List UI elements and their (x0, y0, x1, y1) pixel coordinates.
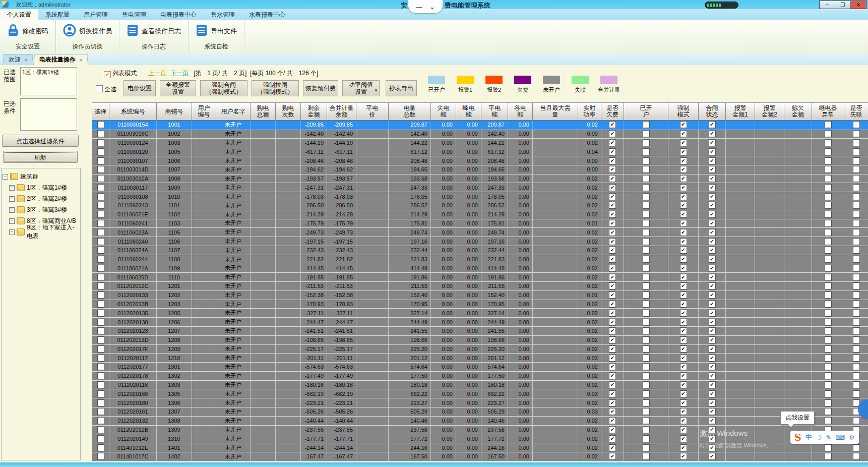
column-header[interactable]: 是否 失联 (844, 102, 868, 121)
power-threshold-button[interactable]: 功率阈值 设置 ▼ (342, 80, 380, 96)
row-select-checkbox[interactable] (97, 301, 104, 308)
row-status-checkbox[interactable] (680, 408, 687, 415)
row-status-checkbox[interactable] (643, 282, 650, 289)
view-log-button[interactable]: 查看操作日志 (127, 22, 181, 41)
row-select-checkbox[interactable] (97, 238, 104, 245)
table-row[interactable]: 01120201611307未开户-505.26-505.26505.290.0… (92, 407, 868, 417)
row-status-checkbox[interactable] (643, 363, 650, 370)
column-header[interactable]: 购电 总额 (251, 102, 276, 121)
row-status-checkbox[interactable] (853, 184, 860, 191)
row-status-checkbox[interactable] (709, 310, 716, 317)
row-status-checkbox[interactable] (680, 291, 687, 299)
column-header[interactable]: 商铺号 (157, 102, 192, 121)
minimize-button[interactable]: ─ (820, 1, 835, 9)
prev-page-link[interactable]: 上一页 (148, 69, 166, 78)
row-status-checkbox[interactable] (609, 435, 616, 442)
row-select-checkbox[interactable] (97, 166, 104, 173)
row-status-checkbox[interactable] (709, 336, 716, 343)
table-row[interactable]: 011202017F1209未开户-225.17-225.17225.200.0… (92, 345, 868, 354)
ime-item-icon[interactable]: ⚙ (849, 434, 855, 441)
row-status-checkbox[interactable] (853, 274, 860, 281)
row-status-checkbox[interactable] (643, 274, 650, 281)
row-status-checkbox[interactable] (853, 390, 860, 397)
row-status-checkbox[interactable] (853, 166, 860, 173)
row-status-checkbox[interactable] (709, 229, 716, 236)
selected-condition-box[interactable] (20, 98, 77, 131)
row-status-checkbox[interactable] (825, 408, 832, 415)
row-status-checkbox[interactable] (643, 211, 650, 218)
column-header[interactable]: 合并计量 余额 (327, 102, 356, 121)
table-row[interactable]: 011202013B1203未开户-170.93-170.93170.950.0… (92, 300, 868, 309)
tree-item[interactable]: +3区：碟寓3#楼 (9, 204, 79, 215)
row-status-checkbox[interactable] (825, 184, 832, 191)
row-status-checkbox[interactable] (609, 444, 616, 451)
expand-icon[interactable]: + (9, 196, 15, 202)
row-status-checkbox[interactable] (825, 399, 832, 406)
row-status-checkbox[interactable] (853, 363, 860, 370)
row-status-checkbox[interactable] (709, 390, 716, 397)
row-status-checkbox[interactable] (643, 229, 650, 236)
row-status-checkbox[interactable] (825, 301, 832, 308)
row-status-checkbox[interactable] (643, 390, 650, 397)
row-status-checkbox[interactable] (853, 336, 860, 343)
row-status-checkbox[interactable] (709, 327, 716, 334)
row-status-checkbox[interactable] (853, 291, 860, 299)
row-status-checkbox[interactable] (643, 345, 650, 353)
row-status-checkbox[interactable] (853, 175, 860, 182)
row-status-checkbox[interactable] (709, 301, 716, 308)
row-status-checkbox[interactable] (825, 390, 832, 397)
table-row[interactable]: 011202012C1201未开户-211.53-211.53211.550.0… (92, 282, 868, 291)
row-status-checkbox[interactable] (680, 157, 687, 164)
row-select-checkbox[interactable] (97, 139, 104, 146)
row-status-checkbox[interactable] (680, 247, 687, 254)
row-status-checkbox[interactable] (853, 220, 860, 227)
row-status-checkbox[interactable] (643, 238, 650, 245)
row-status-checkbox[interactable] (609, 408, 616, 415)
row-status-checkbox[interactable] (643, 372, 650, 379)
row-status-checkbox[interactable] (643, 453, 650, 460)
row-status-checkbox[interactable] (609, 130, 616, 137)
row-status-checkbox[interactable] (609, 426, 616, 433)
row-select-checkbox[interactable] (97, 408, 104, 415)
sogou-logo-icon[interactable]: S (794, 432, 801, 443)
table-row[interactable]: 01110602441108未开户-221.82-221.82221.830.0… (92, 255, 868, 264)
table-row[interactable]: 01100301081010未开户-178.03-178.03178.050.0… (92, 192, 868, 201)
row-status-checkbox[interactable] (680, 193, 687, 200)
column-header[interactable]: 剩余 金额 (301, 102, 327, 121)
row-status-checkbox[interactable] (609, 291, 616, 299)
column-header[interactable]: 实时 功率 (578, 102, 601, 121)
table-row[interactable]: 01110602401106未开户-197.15-197.15197.160.0… (92, 237, 868, 246)
row-status-checkbox[interactable] (680, 274, 687, 281)
column-header[interactable]: 谷电 能 (508, 102, 533, 121)
table-row[interactable]: 01100301201005未开户-617.11-617.11617.120.0… (92, 147, 868, 156)
table-row[interactable]: 01100301241003未开户-144.19-144.19144.220.0… (92, 139, 868, 148)
row-status-checkbox[interactable] (680, 319, 687, 326)
menu-tab[interactable]: 售水管理 (204, 9, 242, 20)
row-status-checkbox[interactable] (609, 345, 616, 353)
row-select-checkbox[interactable] (97, 274, 104, 281)
menu-tab[interactable]: 电表报表中心 (153, 9, 204, 20)
table-row[interactable]: 011003012A1008未开户-193.57-193.57193.580.0… (92, 174, 868, 184)
row-status-checkbox[interactable] (643, 166, 650, 173)
row-status-checkbox[interactable] (709, 220, 716, 227)
row-status-checkbox[interactable] (853, 256, 860, 263)
row-status-checkbox[interactable] (709, 274, 716, 281)
row-select-checkbox[interactable] (97, 363, 104, 370)
row-status-checkbox[interactable] (680, 435, 687, 442)
row-select-checkbox[interactable] (97, 130, 104, 137)
row-status-checkbox[interactable] (825, 372, 832, 379)
row-status-checkbox[interactable] (643, 220, 650, 227)
row-status-checkbox[interactable] (680, 265, 687, 272)
row-status-checkbox[interactable] (643, 247, 650, 254)
row-status-checkbox[interactable] (609, 336, 616, 343)
refresh-button[interactable]: 刷新 (3, 151, 78, 163)
row-status-checkbox[interactable] (609, 166, 616, 173)
column-header[interactable]: 用户名字 (216, 102, 251, 121)
row-select-checkbox[interactable] (97, 184, 104, 191)
row-status-checkbox[interactable] (825, 193, 832, 200)
row-status-checkbox[interactable] (680, 453, 687, 460)
row-status-checkbox[interactable] (680, 390, 687, 397)
row-status-checkbox[interactable] (680, 372, 687, 379)
restore-button[interactable]: ❐ (835, 1, 850, 9)
expand-icon[interactable]: + (9, 218, 15, 224)
